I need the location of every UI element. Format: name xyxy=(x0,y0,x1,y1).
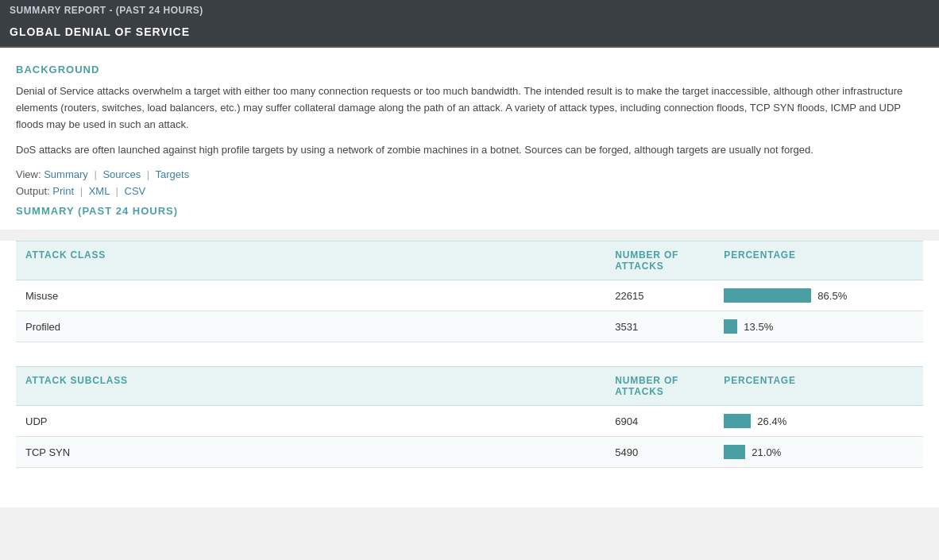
output-row: Output: Print | XML | CSV xyxy=(16,185,923,197)
summary-link[interactable]: Summary xyxy=(44,168,88,180)
targets-link[interactable]: Targets xyxy=(156,168,190,180)
page-title: GLOBAL DENIAL OF SERVICE xyxy=(0,21,939,48)
sources-link[interactable]: Sources xyxy=(102,168,141,180)
attack-count-sub: 5490 xyxy=(605,437,714,468)
sep4: | xyxy=(116,185,118,197)
attack-class-name: Profiled xyxy=(16,311,605,342)
attack-class-name: Misuse xyxy=(16,280,605,311)
attack-pct-cell: 13.5% xyxy=(714,311,923,342)
output-label: Output: xyxy=(16,185,50,197)
csv-link[interactable]: CSV xyxy=(125,185,146,197)
pct-bar xyxy=(724,319,737,334)
attack-subclass-name: UDP xyxy=(16,406,605,437)
attack-pct-cell-sub: 26.4% xyxy=(714,406,923,437)
xml-link[interactable]: XML xyxy=(89,185,110,197)
pct-text-sub: 21.0% xyxy=(752,446,781,458)
sep2: | xyxy=(147,168,149,180)
print-link[interactable]: Print xyxy=(52,185,74,197)
report-subtitle: SUMMARY REPORT - (PAST 24 HOURS) xyxy=(0,0,939,21)
bar-container-sub: 26.4% xyxy=(724,414,914,428)
pct-bar xyxy=(724,288,811,303)
attack-count: 3531 xyxy=(605,311,714,342)
background-label: BACKGROUND xyxy=(16,64,923,75)
background-para1: Denial of Service attacks overwhelm a ta… xyxy=(16,83,923,133)
attack-class-table: ATTACK CLASS NUMBER OF ATTACKS PERCENTAG… xyxy=(16,241,923,342)
pct-text: 86.5% xyxy=(817,290,847,302)
attack-subclass-header-row: ATTACK SUBCLASS NUMBER OF ATTACKS PERCEN… xyxy=(16,367,923,406)
col-attack-subclass: ATTACK SUBCLASS xyxy=(16,367,605,406)
col-num-attacks: NUMBER OF ATTACKS xyxy=(605,241,714,280)
sep1: | xyxy=(94,168,96,180)
pct-text: 13.5% xyxy=(744,321,773,333)
table-row: UDP 6904 26.4% xyxy=(16,406,923,437)
col-num-attacks-sub: NUMBER OF ATTACKS xyxy=(605,367,714,406)
attack-class-section: ATTACK CLASS NUMBER OF ATTACKS PERCENTAG… xyxy=(0,241,939,508)
attack-pct-cell-sub: 21.0% xyxy=(714,437,923,468)
col-attack-class: ATTACK CLASS xyxy=(16,241,605,280)
table-row: TCP SYN 5490 21.0% xyxy=(16,437,923,468)
attack-count-sub: 6904 xyxy=(605,406,714,437)
sep3: | xyxy=(80,185,83,197)
summary-header: SUMMARY (PAST 24 HOURS) xyxy=(16,205,923,222)
table-row: Misuse 22615 86.5% xyxy=(16,280,923,311)
bar-container-sub: 21.0% xyxy=(724,445,914,459)
pct-text-sub: 26.4% xyxy=(757,415,786,427)
pct-bar-sub xyxy=(724,414,751,428)
content-area: BACKGROUND Denial of Service attacks ove… xyxy=(0,48,939,230)
col-percentage: PERCENTAGE xyxy=(714,241,923,280)
view-row: View: Summary | Sources | Targets xyxy=(16,168,923,180)
pct-bar-sub xyxy=(724,445,745,459)
attack-pct-cell: 86.5% xyxy=(714,280,923,311)
attack-subclass-table: ATTACK SUBCLASS NUMBER OF ATTACKS PERCEN… xyxy=(16,366,923,468)
table-row: Profiled 3531 13.5% xyxy=(16,311,923,342)
attack-count: 22615 xyxy=(605,280,714,311)
attack-class-header-row: ATTACK CLASS NUMBER OF ATTACKS PERCENTAG… xyxy=(16,241,923,280)
attack-subclass-name: TCP SYN xyxy=(16,437,605,468)
view-label: View: xyxy=(16,168,41,180)
col-percentage-sub: PERCENTAGE xyxy=(714,367,923,406)
bar-container: 13.5% xyxy=(724,319,914,334)
bar-container: 86.5% xyxy=(724,288,914,303)
background-para2: DoS attacks are often launched against h… xyxy=(16,142,923,159)
